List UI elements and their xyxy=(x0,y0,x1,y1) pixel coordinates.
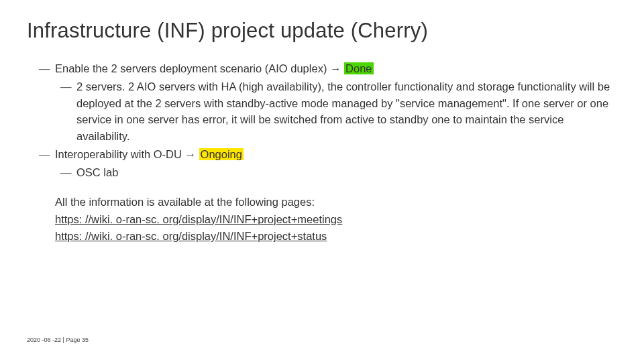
bullet-1-text: Enable the 2 servers deployment scenario… xyxy=(55,62,344,74)
info-intro: All the information is available at the … xyxy=(55,194,617,211)
slide-footer: 2020 -06 -22 | Page 35 xyxy=(27,337,89,343)
status-badge-done: Done xyxy=(344,62,373,74)
slide: Infrastructure (INF) project update (Che… xyxy=(0,0,644,362)
bullet-item-2-sub: OSC lab xyxy=(27,164,617,181)
info-link-2[interactable]: https: //wiki. o-ran-sc. org/display/IN/… xyxy=(55,228,327,245)
bullet-list: Enable the 2 servers deployment scenario… xyxy=(27,60,617,180)
info-link-1[interactable]: https: //wiki. o-ran-sc. org/display/IN/… xyxy=(55,211,342,229)
bullet-item-2: Interoperability with O-DU → Ongoing xyxy=(27,146,617,163)
info-block: All the information is available at the … xyxy=(27,194,617,245)
status-badge-ongoing: Ongoing xyxy=(199,148,244,160)
slide-title: Infrastructure (INF) project update (Che… xyxy=(27,19,617,43)
bullet-item-1-sub: 2 servers. 2 AIO servers with HA (high a… xyxy=(27,78,617,145)
bullet-item-1: Enable the 2 servers deployment scenario… xyxy=(27,60,617,77)
bullet-2-text: Interoperability with O-DU → xyxy=(55,148,199,160)
